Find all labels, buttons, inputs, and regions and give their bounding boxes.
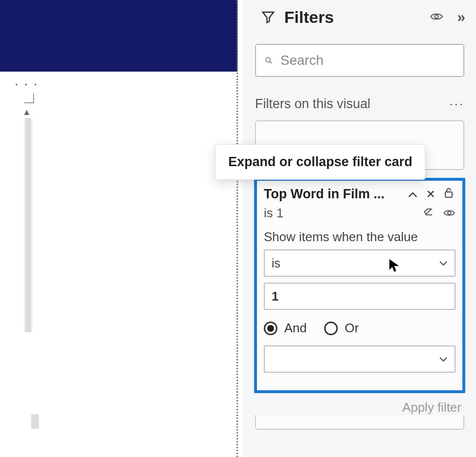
radio-and[interactable]: [264, 322, 277, 335]
apply-filter-button[interactable]: Apply filter: [243, 393, 476, 415]
svg-rect-3: [445, 192, 452, 197]
filters-pane-title: Filters: [284, 8, 421, 27]
condition2-operator-select[interactable]: [264, 345, 456, 373]
search-icon: [265, 54, 273, 67]
svg-point-4: [448, 211, 451, 214]
selection-corner-marker: [24, 94, 34, 103]
svg-point-1: [266, 57, 270, 62]
visual-more-options[interactable]: · · ·: [15, 76, 38, 92]
lock-filter-icon[interactable]: [442, 188, 456, 201]
filter-card-summary: is 1: [264, 206, 283, 221]
chevron-down-icon: [439, 258, 448, 269]
pane-divider[interactable]: [237, 0, 238, 457]
collapse-card-icon[interactable]: [406, 188, 420, 201]
radio-and-label: And: [284, 321, 307, 336]
radio-or-label: Or: [345, 321, 359, 336]
tooltip-text: Expand or collapse filter card: [228, 154, 412, 170]
canvas-area: · · · ▲: [0, 0, 238, 457]
filter-instruction-label: Show items when the value: [264, 229, 456, 245]
radio-or[interactable]: [324, 322, 338, 335]
filters-section-header: Filters on this visual ···: [243, 77, 476, 115]
tooltip: Expand or collapse filter card: [215, 144, 425, 180]
filters-section-title: Filters on this visual: [255, 96, 449, 112]
logic-operator-group: And Or: [264, 321, 456, 336]
visual-header-band: [0, 0, 238, 72]
scrollbar-thumb[interactable]: [24, 118, 33, 332]
condition1-operator-select[interactable]: is: [264, 249, 456, 277]
scroll-up-arrow[interactable]: ▲: [22, 107, 31, 117]
condition1-value-input[interactable]: [264, 283, 456, 310]
active-filter-card: Top Word in Film ... is 1 Show items whe…: [254, 178, 465, 393]
filters-pane-header: Filters »: [243, 0, 476, 34]
mouse-cursor-icon: [388, 258, 400, 272]
search-input[interactable]: [280, 53, 455, 68]
hide-filter-icon[interactable]: [443, 207, 456, 220]
next-filter-card-edge: [255, 415, 464, 430]
funnel-icon: [261, 10, 275, 24]
view-icon[interactable]: [430, 10, 443, 25]
svg-line-2: [270, 61, 272, 63]
section-more-options-icon[interactable]: ···: [449, 96, 464, 112]
condition1-operator-value: is: [272, 256, 280, 270]
clear-filter-icon[interactable]: [422, 206, 434, 221]
filter-search-box[interactable]: [255, 44, 464, 77]
resize-handle[interactable]: [31, 414, 39, 429]
filter-card-title: Top Word in Film ...: [264, 187, 401, 202]
collapse-pane-icon[interactable]: »: [457, 9, 465, 25]
filters-pane: Filters » Filters on this visual ··· Top…: [243, 0, 476, 457]
remove-filter-icon[interactable]: [424, 188, 437, 201]
chevron-down-icon: [439, 354, 448, 365]
svg-point-0: [435, 15, 439, 18]
